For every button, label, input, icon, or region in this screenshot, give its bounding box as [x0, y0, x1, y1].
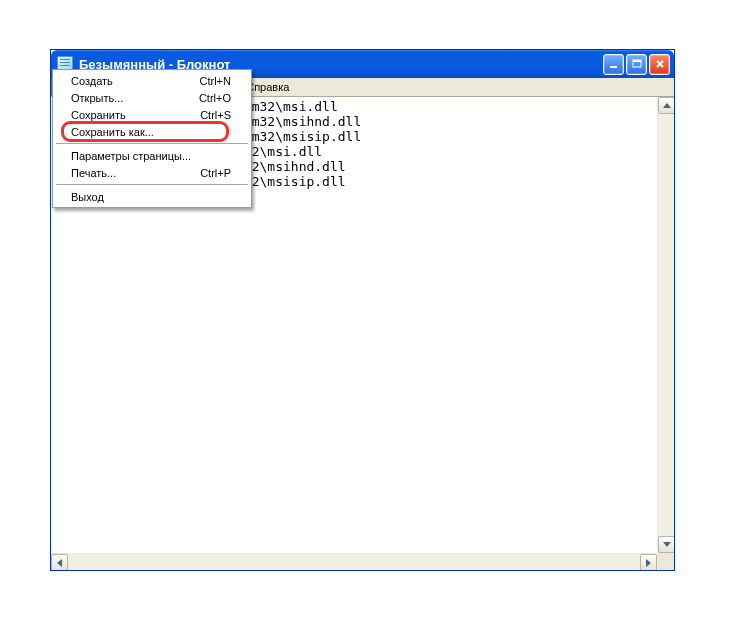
svg-rect-0 — [610, 66, 617, 68]
minimize-icon — [609, 59, 619, 69]
close-icon — [655, 59, 665, 69]
menubar: Файл Правка Формат Вид Справка Создать C… — [51, 78, 674, 97]
menu-print[interactable]: Печать... Ctrl+P — [55, 164, 249, 181]
arrow-up-icon — [663, 103, 671, 108]
file-menu-dropdown: Создать Ctrl+N Открыть... Ctrl+O Сохрани… — [52, 69, 252, 208]
menu-separator — [56, 143, 248, 144]
minimize-button[interactable] — [603, 54, 624, 75]
svg-rect-2 — [633, 60, 641, 62]
maximize-button[interactable] — [626, 54, 647, 75]
scroll-right-button[interactable] — [640, 554, 657, 570]
close-button[interactable] — [649, 54, 670, 75]
notepad-window: Безымянный - Блокнот Файл Правка Формат … — [50, 49, 675, 571]
menu-new[interactable]: Создать Ctrl+N — [55, 72, 249, 89]
menu-save[interactable]: Сохранить Ctrl+S — [55, 106, 249, 123]
window-buttons — [603, 54, 670, 75]
scroll-corner — [657, 553, 674, 570]
arrow-left-icon — [57, 559, 62, 567]
horizontal-scrollbar[interactable] — [51, 553, 657, 570]
scroll-down-button[interactable] — [658, 536, 674, 553]
arrow-right-icon — [646, 559, 651, 567]
menu-page-setup[interactable]: Параметры страницы... — [55, 147, 249, 164]
scroll-up-button[interactable] — [658, 97, 674, 114]
maximize-icon — [632, 59, 642, 69]
arrow-down-icon — [663, 542, 671, 547]
scroll-left-button[interactable] — [51, 554, 68, 570]
menu-exit[interactable]: Выход — [55, 188, 249, 205]
menu-separator — [56, 184, 248, 185]
menu-open[interactable]: Открыть... Ctrl+O — [55, 89, 249, 106]
menu-save-as[interactable]: Сохранить как... — [55, 123, 249, 140]
vertical-scrollbar[interactable] — [657, 97, 674, 553]
